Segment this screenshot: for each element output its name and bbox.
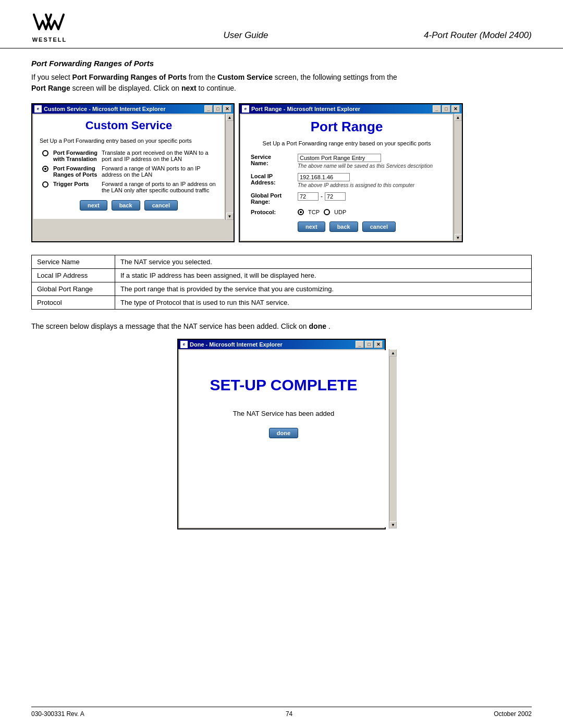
intro-line5: screen will be displayed. Click on <box>72 84 181 92</box>
page-footer: 030-300331 Rev. A 74 October 2002 <box>31 707 532 718</box>
intro-bold1: Port Forwarding Ranges of Ports <box>72 73 187 81</box>
service-name-input[interactable] <box>298 154 381 162</box>
custom-service-body-with-scroll: Custom Service Set Up a Port Forwarding … <box>32 114 234 220</box>
portrange-scrollbar[interactable]: ▲ ▼ <box>454 114 462 241</box>
ie-icon-2: e <box>242 105 249 113</box>
port-range-start-input[interactable] <box>298 192 319 201</box>
done-title-text: Done - Microsoft Internet Explorer <box>190 341 283 348</box>
info-row-protocol: Protocol The type of Protocol that is us… <box>32 296 532 310</box>
protocol-options: TCP UDP <box>298 209 443 215</box>
option-row-1: Port Forwardingwith Translation Translat… <box>40 148 218 164</box>
screen-below-text: The screen below displays a message that… <box>31 322 532 330</box>
info-label-service-name: Service Name <box>32 255 115 269</box>
port-range-heading: Port Range <box>248 119 445 135</box>
custom-service-buttons: next back cancel <box>40 200 218 215</box>
westell-logo <box>31 9 68 35</box>
custom-back-button[interactable]: back <box>112 200 140 211</box>
done-scrollbar[interactable]: ▲ ▼ <box>389 349 397 528</box>
win-controls-3: _ □ ✕ <box>356 341 383 348</box>
close-btn[interactable]: ✕ <box>223 105 231 113</box>
screenshots-row: e Custom Service - Microsoft Internet Ex… <box>31 103 532 242</box>
win-controls-2: _ □ ✕ <box>433 105 460 113</box>
port-range-body: Port Range Set Up a Port Forwarding rang… <box>241 115 452 240</box>
intro-line6: to continue. <box>199 84 236 92</box>
close-btn-3[interactable]: ✕ <box>374 341 383 348</box>
intro-bold3: Port Range <box>31 84 70 92</box>
logo-area: WESTELL <box>31 9 68 43</box>
setup-complete-heading: SET-UP COMPLETE <box>210 376 358 394</box>
option-row-2: Port FowardingRanges of Ports Forward a … <box>40 164 218 179</box>
options-table: Port Forwardingwith Translation Translat… <box>40 148 218 195</box>
custom-service-window: e Custom Service - Microsoft Internet Ex… <box>31 103 235 242</box>
service-name-note: The above name will be saved as this Ser… <box>298 163 443 169</box>
radio-trigger-ports[interactable] <box>42 181 48 188</box>
port-range-title-text: Port Range - Microsoft Internet Explorer <box>251 106 360 112</box>
footer-left: 030-300331 Rev. A <box>31 710 84 718</box>
custom-service-title-text: Custom Service - Microsoft Internet Expl… <box>44 106 166 112</box>
minimize-btn[interactable]: _ <box>204 105 213 113</box>
custom-service-titlebar: e Custom Service - Microsoft Internet Ex… <box>32 104 234 114</box>
info-desc-service-name: The NAT service you selected. <box>115 255 532 269</box>
intro-bold2: Custom Service <box>217 73 273 81</box>
custom-scrollbar[interactable]: ▲ ▼ <box>225 114 234 220</box>
custom-cancel-button[interactable]: cancel <box>144 200 178 211</box>
radio-tcp[interactable] <box>298 209 304 215</box>
done-titlebar: e Done - Microsoft Internet Explorer _ □… <box>178 340 385 349</box>
port-range-titlebar: e Port Range - Microsoft Internet Explor… <box>240 104 462 114</box>
done-body-with-scroll: SET-UP COMPLETE The NAT Service has been… <box>178 349 385 528</box>
radio-port-forwarding[interactable] <box>42 150 48 156</box>
close-btn-2[interactable]: ✕ <box>451 105 460 113</box>
minimize-btn-2[interactable]: _ <box>433 105 441 113</box>
radio-port-fowarding-ranges[interactable] <box>42 166 48 172</box>
local-ip-input[interactable] <box>298 173 350 181</box>
info-desc-global-port: The port range that is provided by the s… <box>115 282 532 296</box>
port-range-form: ServiceName: The above name will be save… <box>248 152 445 217</box>
option-row-3: Trigger Ports Forward a range of ports t… <box>40 179 218 195</box>
portrange-back-button[interactable]: back <box>329 221 358 232</box>
service-name-row: ServiceName: The above name will be save… <box>248 152 445 171</box>
maximize-btn-3[interactable]: □ <box>365 341 373 348</box>
port-range-subtitle: Set Up a Port Forwarding range entry bas… <box>248 140 445 146</box>
ie-icon-3: e <box>180 341 188 348</box>
info-row-local-ip: Local IP Address If a static IP address … <box>32 269 532 282</box>
custom-service-heading: Custom Service <box>40 119 218 132</box>
info-label-protocol: Protocol <box>32 296 115 310</box>
intro-text: If you select Port Forwarding Ranges of … <box>31 72 532 94</box>
custom-service-body: Custom Service Set Up a Port Forwarding … <box>33 115 224 219</box>
minimize-btn-3[interactable]: _ <box>356 341 364 348</box>
screen-below-post: . <box>328 322 331 330</box>
port-range-end-input[interactable] <box>325 192 346 201</box>
footer-center: 74 <box>286 710 292 718</box>
done-button[interactable]: done <box>269 428 298 438</box>
info-table: Service Name The NAT service you selecte… <box>31 255 532 310</box>
intro-line3: screen, the following settings from the <box>275 73 397 81</box>
header-user-guide: User Guide <box>224 30 268 41</box>
info-row-global-port: Global Port Range The port range that is… <box>32 282 532 296</box>
intro-bold4: next <box>181 84 197 92</box>
portrange-cancel-button[interactable]: cancel <box>362 221 396 232</box>
screen-below-bold: done <box>309 322 326 330</box>
port-range-inputs: - <box>298 192 443 201</box>
ie-icon: e <box>34 105 42 113</box>
udp-label: UDP <box>334 209 346 215</box>
nat-added-message: The NAT Service has been added <box>233 410 335 417</box>
logo-text: WESTELL <box>32 36 67 43</box>
maximize-btn-2[interactable]: □ <box>442 105 450 113</box>
portrange-next-button[interactable]: next <box>298 221 325 232</box>
intro-line1: If you select <box>31 73 72 81</box>
win-controls: _ □ ✕ <box>204 105 231 113</box>
info-label-global-port: Global Port Range <box>32 282 115 296</box>
intro-line2: from the <box>189 73 217 81</box>
tcp-label: TCP <box>308 209 320 215</box>
port-range-window: e Port Range - Microsoft Internet Explor… <box>239 103 463 242</box>
maximize-btn[interactable]: □ <box>214 105 222 113</box>
info-desc-local-ip: If a static IP address has been assigned… <box>115 269 532 282</box>
info-label-local-ip: Local IP Address <box>32 269 115 282</box>
done-window: e Done - Microsoft Internet Explorer _ □… <box>177 339 386 529</box>
section-title: Port Forwarding Ranges of Ports <box>31 59 532 68</box>
global-port-row: Global PortRange: - <box>248 190 445 207</box>
custom-next-button[interactable]: next <box>80 200 107 211</box>
screen-below-pre: The screen below displays a message that… <box>31 322 309 330</box>
main-content: Port Forwarding Ranges of Ports If you s… <box>0 54 563 561</box>
radio-udp[interactable] <box>324 209 330 215</box>
